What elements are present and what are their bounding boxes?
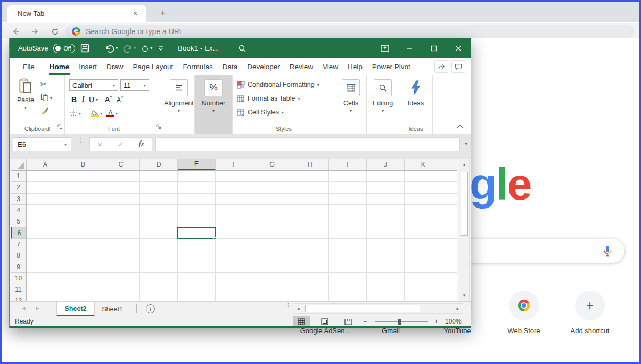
back-icon[interactable] bbox=[9, 25, 22, 38]
borders-button[interactable] bbox=[69, 108, 78, 119]
ribbon-tab-home[interactable]: Home bbox=[45, 58, 75, 75]
ideas-button[interactable] bbox=[407, 79, 425, 96]
sheet-tab-sheet1[interactable]: Sheet1 bbox=[95, 302, 129, 316]
horizontal-scrollbar-thumb[interactable] bbox=[305, 305, 420, 312]
maximize-button[interactable] bbox=[422, 38, 446, 58]
number-group-button[interactable]: % Number ▾ bbox=[195, 75, 232, 134]
ribbon-tab-formulas[interactable]: Formulas bbox=[178, 58, 217, 75]
bold-button[interactable]: B bbox=[69, 95, 79, 104]
chevron-down-icon[interactable]: ▾ bbox=[14, 105, 37, 110]
ribbon-tab-page-layout[interactable]: Page Layout bbox=[128, 58, 178, 75]
row-header-1[interactable]: 1 bbox=[11, 171, 26, 182]
scrollbar-resize-dots[interactable]: ⋮ bbox=[285, 304, 291, 307]
row-header-9[interactable]: 9 bbox=[11, 261, 26, 272]
scroll-right-icon[interactable]: ► bbox=[453, 304, 463, 313]
copy-button[interactable]: ▾ bbox=[40, 93, 52, 102]
formula-input[interactable] bbox=[155, 137, 460, 151]
row-header-5[interactable]: 5 bbox=[11, 216, 26, 227]
chevron-down-icon[interactable]: ▾ bbox=[100, 111, 102, 116]
refresh-icon[interactable] bbox=[48, 25, 61, 38]
zoom-out-button[interactable]: − bbox=[363, 318, 367, 325]
row-header-7[interactable]: 7 bbox=[11, 239, 26, 250]
chevron-down-icon[interactable]: ▾ bbox=[116, 46, 118, 51]
share-button[interactable] bbox=[434, 60, 448, 73]
italic-button[interactable]: I bbox=[79, 95, 87, 104]
chevron-down-icon[interactable]: ▾ bbox=[64, 142, 67, 147]
paste-button[interactable]: Paste ▾ bbox=[14, 78, 37, 110]
scroll-left-icon[interactable]: ◄ bbox=[293, 304, 303, 313]
enter-icon[interactable]: ✓ bbox=[117, 140, 124, 148]
touch-mouse-mode-button[interactable]: ▾ bbox=[141, 44, 152, 53]
increase-font-size-button[interactable]: A˄ bbox=[105, 95, 112, 104]
editing-group-button[interactable]: Editing ▾ bbox=[367, 75, 399, 134]
sheet-nav-right-icon[interactable]: ► bbox=[35, 305, 40, 311]
row-header-10[interactable]: 10 bbox=[11, 273, 26, 284]
shortcut-web-store[interactable]: Web Store bbox=[492, 291, 556, 335]
row-header-6[interactable]: 6 bbox=[11, 227, 26, 238]
ribbon-tab-power-pivot[interactable]: Power Pivot bbox=[367, 58, 415, 75]
chevron-down-icon[interactable]: ▾ bbox=[79, 111, 81, 116]
format-painter-button[interactable] bbox=[40, 106, 52, 115]
font-family-select[interactable]: Calibri▾ bbox=[69, 79, 118, 91]
chevron-down-icon[interactable]: ▾ bbox=[150, 46, 152, 51]
vertical-scrollbar[interactable]: ▲ ▼ bbox=[459, 159, 470, 301]
ribbon-tab-view[interactable]: View bbox=[318, 58, 343, 75]
autosave-toggle[interactable]: Off bbox=[53, 44, 75, 53]
chevron-down-icon[interactable]: ▾ bbox=[50, 96, 52, 101]
conditional-formatting-button[interactable]: Conditional Formatting ▾ bbox=[233, 78, 335, 92]
column-header-b[interactable]: B bbox=[64, 159, 102, 170]
column-header-h[interactable]: H bbox=[291, 159, 329, 170]
active-cell-e6[interactable] bbox=[177, 227, 216, 239]
close-button[interactable] bbox=[446, 38, 471, 58]
fill-color-button[interactable] bbox=[91, 110, 99, 117]
ribbon-tab-developer[interactable]: Developer bbox=[242, 58, 285, 75]
zoom-slider-handle[interactable] bbox=[398, 319, 401, 325]
address-bar[interactable]: Search Google or type a URL bbox=[65, 25, 634, 38]
new-tab-button[interactable]: + bbox=[156, 6, 170, 20]
chevron-down-icon[interactable]: ▾ bbox=[96, 97, 98, 102]
zoom-in-button[interactable]: + bbox=[434, 318, 438, 325]
ribbon-tab-review[interactable]: Review bbox=[285, 58, 318, 75]
font-dialog-launcher-icon[interactable] bbox=[156, 122, 161, 131]
row-header-11[interactable]: 11 bbox=[11, 284, 26, 295]
insert-function-button[interactable]: fx bbox=[139, 140, 144, 148]
ribbon-tab-help[interactable]: Help bbox=[343, 58, 367, 75]
font-size-select[interactable]: 11▾ bbox=[120, 79, 149, 91]
zoom-slider-track[interactable] bbox=[375, 321, 428, 322]
format-as-table-button[interactable]: Format as Table ▾ bbox=[233, 92, 335, 105]
column-header-c[interactable]: C bbox=[102, 159, 140, 170]
customize-quick-access-icon[interactable] bbox=[158, 45, 164, 52]
voice-search-icon[interactable] bbox=[601, 244, 614, 260]
undo-button[interactable]: ▾ bbox=[105, 44, 118, 53]
search-icon[interactable] bbox=[238, 44, 246, 53]
ribbon-tab-file[interactable]: File bbox=[18, 58, 39, 75]
formula-bar-drag-dots[interactable]: ⋮ bbox=[78, 138, 84, 142]
ribbon-tab-insert[interactable]: Insert bbox=[74, 58, 102, 75]
zoom-level[interactable]: 100% bbox=[445, 318, 462, 325]
cells-group-button[interactable]: Cells ▾ bbox=[335, 75, 366, 134]
fill-handle[interactable] bbox=[213, 237, 216, 240]
cancel-icon[interactable]: × bbox=[97, 140, 102, 149]
browser-tab-new-tab[interactable]: New Tab × bbox=[7, 5, 146, 22]
column-header-k[interactable]: K bbox=[405, 159, 442, 170]
column-header-d[interactable]: D bbox=[140, 159, 178, 170]
minimize-button[interactable] bbox=[397, 38, 422, 58]
column-header-a[interactable]: A bbox=[27, 159, 64, 170]
scroll-up-icon[interactable]: ▲ bbox=[459, 159, 469, 170]
row-header-8[interactable]: 8 bbox=[11, 250, 26, 261]
chevron-down-icon[interactable]: ▾ bbox=[134, 46, 136, 51]
row-header-4[interactable]: 4 bbox=[11, 205, 26, 216]
vertical-scrollbar-thumb[interactable] bbox=[461, 172, 468, 236]
column-header-i[interactable]: I bbox=[329, 159, 367, 170]
underline-button[interactable]: U bbox=[87, 95, 96, 104]
ribbon-tab-data[interactable]: Data bbox=[218, 58, 243, 75]
cell-styles-button[interactable]: Cell Styles ▾ bbox=[233, 105, 335, 119]
alignment-group-button[interactable]: Alignment ▾ bbox=[163, 75, 194, 134]
row-header-3[interactable]: 3 bbox=[11, 194, 26, 205]
select-all-corner[interactable] bbox=[11, 159, 27, 170]
scroll-down-icon[interactable]: ▼ bbox=[459, 290, 469, 301]
shortcut-add[interactable]: + Add shortcut bbox=[558, 291, 622, 335]
column-header-g[interactable]: G bbox=[253, 159, 291, 170]
tab-close-icon[interactable]: × bbox=[130, 9, 140, 18]
chevron-down-icon[interactable]: ▾ bbox=[116, 111, 118, 116]
